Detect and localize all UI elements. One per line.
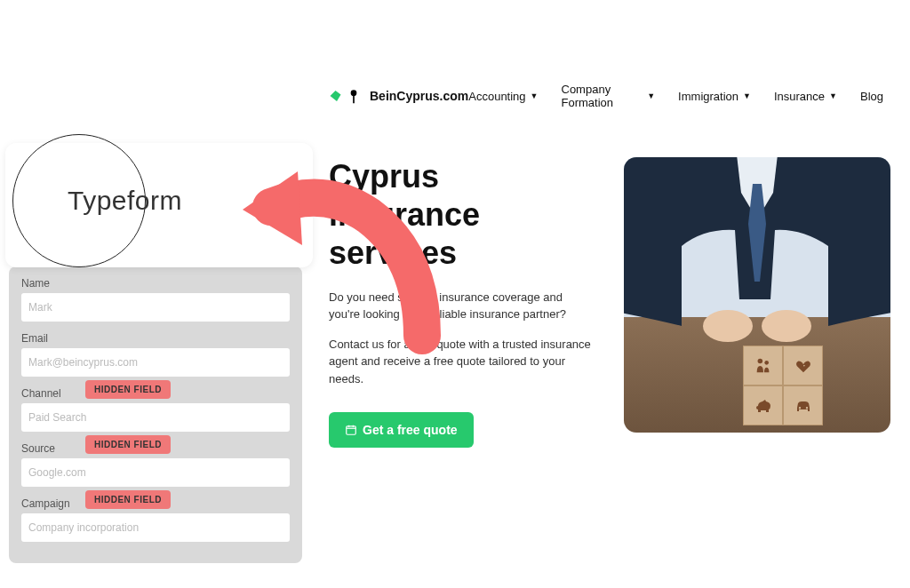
input-source[interactable] xyxy=(21,458,290,487)
chevron-down-icon: ▼ xyxy=(829,91,837,100)
map-pin-icon xyxy=(329,88,345,104)
chevron-down-icon: ▼ xyxy=(531,91,539,100)
hidden-field-badge: HIDDEN FIELD xyxy=(85,380,171,399)
hidden-field-badge: HIDDEN FIELD xyxy=(85,435,171,454)
field-campaign: HIDDEN FIELD Campaign xyxy=(21,497,290,542)
curved-arrow-icon xyxy=(235,158,449,371)
nav-item-insurance[interactable]: Insurance▼ xyxy=(774,83,837,109)
insurance-cubes xyxy=(743,385,823,425)
nav-item-immigration[interactable]: Immigration▼ xyxy=(678,83,751,109)
cube-family-icon xyxy=(743,346,783,385)
input-campaign[interactable] xyxy=(21,513,290,542)
get-quote-button[interactable]: Get a free quote xyxy=(329,412,474,448)
businessman-illustration xyxy=(624,157,890,370)
pointer-arrow xyxy=(235,158,449,371)
typeform-title: Typeform xyxy=(68,186,182,216)
brand-name: BeinCyprus.com xyxy=(370,89,468,103)
brand-logo[interactable]: BeinCyprus.com xyxy=(329,87,468,105)
svg-point-0 xyxy=(351,90,357,96)
field-source: HIDDEN FIELD Source xyxy=(21,442,290,487)
input-channel[interactable] xyxy=(21,403,290,432)
cube-car-icon xyxy=(783,385,823,425)
calendar-icon xyxy=(345,424,357,436)
location-dot-icon xyxy=(345,87,363,105)
insurance-cubes-top xyxy=(743,346,823,385)
chevron-down-icon: ▼ xyxy=(647,91,655,100)
get-quote-label: Get a free quote xyxy=(363,423,458,437)
main-nav: Accounting▼ Company Formation▼ Immigrati… xyxy=(468,83,883,109)
hidden-field-badge: HIDDEN FIELD xyxy=(85,490,171,509)
nav-item-accounting[interactable]: Accounting▼ xyxy=(468,83,538,109)
svg-point-2 xyxy=(703,310,753,342)
svg-point-5 xyxy=(764,361,769,365)
site-header: BeinCyprus.com Accounting▼ Company Forma… xyxy=(213,67,910,122)
field-channel: HIDDEN FIELD Channel xyxy=(21,387,290,432)
cube-heart-icon xyxy=(783,346,823,385)
svg-point-3 xyxy=(762,310,811,342)
svg-point-4 xyxy=(757,358,762,363)
nav-item-company-formation[interactable]: Company Formation▼ xyxy=(562,83,656,109)
svg-rect-1 xyxy=(347,426,356,434)
hero-image xyxy=(624,157,890,433)
chevron-down-icon: ▼ xyxy=(743,91,751,100)
cube-piggy-icon xyxy=(743,385,783,425)
nav-item-blog[interactable]: Blog xyxy=(860,83,883,109)
